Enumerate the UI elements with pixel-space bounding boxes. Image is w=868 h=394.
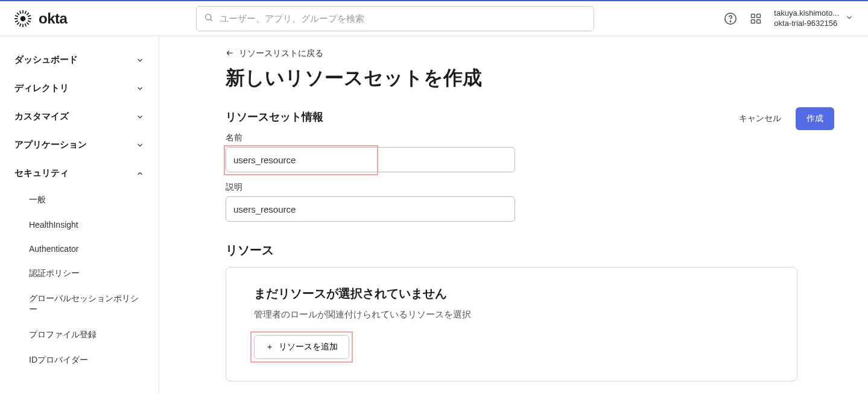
sidebar-sub-global-session-policy[interactable]: グローバルセッションポリシー (0, 286, 159, 322)
svg-rect-21 (752, 14, 755, 17)
sidebar-item-label: ディレクトリ (14, 83, 69, 94)
description-input[interactable] (226, 196, 515, 222)
search-icon (204, 13, 214, 25)
sidebar-sub-healthinsight[interactable]: HealthInsight (0, 213, 159, 237)
svg-rect-3 (14, 18, 17, 19)
sidebar-item-label: アプリケーション (14, 139, 87, 151)
sidebar-item-label: カスタマイズ (14, 111, 69, 122)
svg-rect-2 (22, 23, 24, 27)
content-area: リソースリストに戻る 新しいリソースセットを作成 リソースセット情報 名前 説明… (159, 36, 868, 393)
user-menu[interactable]: takuya.kishimoto... okta-trial-9632156 (774, 8, 854, 29)
user-name: takuya.kishimoto... (774, 8, 839, 19)
svg-rect-16 (28, 14, 31, 17)
sidebar-item-customize[interactable]: カスタマイズ (0, 102, 159, 131)
apps-grid-icon[interactable] (749, 11, 763, 26)
svg-rect-14 (25, 23, 27, 27)
empty-description: 管理者のロールが関連付けられているリソースを選択 (254, 309, 769, 321)
svg-rect-10 (19, 23, 22, 27)
action-buttons: キャンセル 作成 (739, 107, 834, 130)
section-info-heading: リソースセット情報 (226, 110, 739, 124)
empty-title: まだリソースが選択されていません (254, 286, 769, 302)
brand-logo[interactable]: okta (14, 10, 67, 27)
svg-rect-24 (757, 19, 761, 23)
svg-point-17 (206, 14, 211, 19)
plus-icon: ＋ (265, 342, 274, 352)
user-org: okta-trial-9632156 (774, 19, 839, 29)
back-link-label: リソースリストに戻る (239, 48, 323, 59)
search-input[interactable] (220, 13, 586, 23)
svg-rect-12 (28, 20, 31, 22)
back-link[interactable]: リソースリストに戻る (226, 48, 323, 59)
chevron-down-icon (845, 13, 854, 24)
main-layout: ダッシュボード ディレクトリ カスタマイズ アプリケーション セキュリティ 一般… (0, 36, 868, 393)
section-resource-heading: リソース (226, 242, 834, 258)
sidebar-item-applications[interactable]: アプリケーション (0, 131, 159, 159)
okta-emblem-icon (14, 10, 31, 27)
svg-point-20 (730, 20, 731, 21)
add-resource-label: リソースを追加 (279, 342, 338, 352)
sidebar-item-security[interactable]: セキュリティ (0, 159, 159, 187)
svg-line-18 (211, 19, 212, 21)
name-label: 名前 (226, 133, 739, 143)
svg-rect-6 (16, 22, 19, 25)
create-button[interactable]: 作成 (796, 107, 834, 130)
sidebar-sub-id-providers[interactable]: IDプロバイダー (0, 348, 159, 373)
svg-rect-5 (27, 12, 30, 15)
svg-rect-22 (757, 14, 761, 17)
chevron-down-icon (136, 84, 144, 93)
sidebar-item-dashboard[interactable]: ダッシュボード (0, 46, 159, 74)
search-container (67, 6, 723, 31)
chevron-down-icon (136, 141, 144, 149)
chevron-up-icon (136, 169, 144, 178)
top-header: okta takuya.kishimoto... okta-trial-9632… (0, 0, 868, 36)
svg-rect-15 (15, 20, 19, 22)
svg-rect-7 (16, 12, 19, 15)
resource-empty-card: まだリソースが選択されていません 管理者のロールが関連付けられているリソースを選… (226, 267, 797, 381)
page-title: 新しいリソースセットを作成 (226, 65, 834, 92)
add-resource-button[interactable]: ＋ リソースを追加 (254, 335, 349, 359)
brand-name: okta (39, 10, 67, 27)
name-input[interactable] (226, 147, 515, 172)
svg-rect-4 (28, 18, 31, 19)
chevron-down-icon (136, 113, 144, 121)
sidebar: ダッシュボード ディレクトリ カスタマイズ アプリケーション セキュリティ 一般… (0, 36, 159, 393)
svg-rect-13 (19, 10, 22, 14)
svg-rect-11 (15, 14, 19, 17)
help-icon[interactable] (723, 11, 738, 26)
svg-point-0 (21, 16, 26, 21)
description-label: 説明 (226, 182, 739, 193)
sidebar-item-label: ダッシュボード (14, 54, 78, 66)
user-text: takuya.kishimoto... okta-trial-9632156 (774, 8, 839, 29)
svg-rect-8 (27, 22, 30, 25)
sidebar-sub-auth-policy[interactable]: 認証ポリシー (0, 261, 159, 286)
sidebar-item-label: セキュリティ (14, 167, 69, 179)
arrow-left-icon (226, 49, 234, 59)
cancel-button[interactable]: キャンセル (739, 113, 781, 124)
search-box[interactable] (196, 6, 594, 31)
chevron-down-icon (136, 56, 144, 64)
svg-rect-9 (25, 10, 27, 14)
sidebar-sub-general[interactable]: 一般 (0, 187, 159, 213)
svg-rect-1 (22, 10, 24, 13)
sidebar-sub-authenticator[interactable]: Authenticator (0, 237, 159, 261)
sidebar-sub-profile-enrollment[interactable]: プロファイル登録 (0, 322, 159, 348)
sidebar-item-directory[interactable]: ディレクトリ (0, 74, 159, 102)
header-actions: takuya.kishimoto... okta-trial-9632156 (723, 8, 854, 29)
svg-rect-23 (752, 19, 755, 23)
